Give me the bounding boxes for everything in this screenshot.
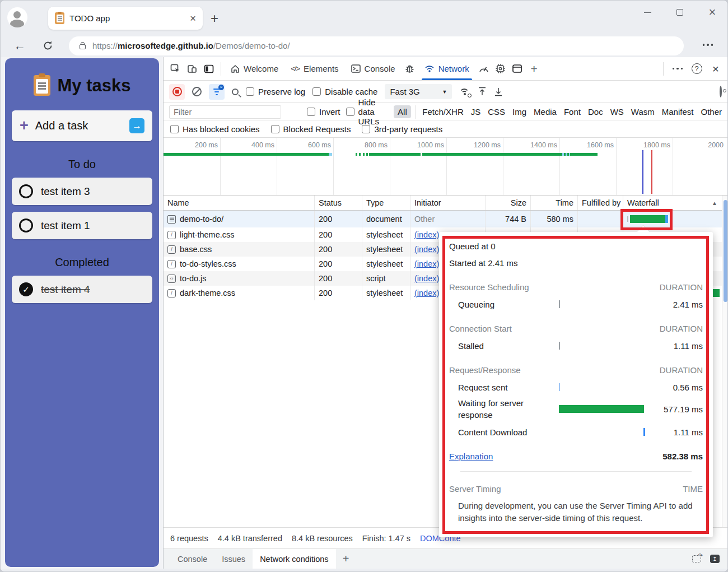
- type-filter[interactable]: Other: [701, 105, 722, 118]
- import-har-icon[interactable]: [478, 87, 487, 96]
- focus-mode-icon[interactable]: [200, 61, 217, 77]
- scrollbar-thumb[interactable]: [724, 200, 727, 302]
- maximize-button[interactable]: [675, 7, 685, 17]
- type-filter[interactable]: JS: [471, 105, 481, 118]
- more-tabs-button[interactable]: +: [526, 61, 543, 77]
- type-filter[interactable]: Media: [534, 105, 557, 118]
- drawer-tab-issues[interactable]: Issues: [214, 549, 253, 569]
- network-table-scrollbar[interactable]: [722, 196, 728, 527]
- column-header-fulfilled-by[interactable]: Fulfilled by: [578, 196, 623, 210]
- timeline-tick: 1400 ms: [530, 141, 557, 149]
- browser-tab[interactable]: TODO app ×: [48, 7, 203, 30]
- tab-close-icon[interactable]: ×: [190, 13, 196, 24]
- blocked-requests-checkbox[interactable]: Blocked Requests: [271, 124, 351, 134]
- divider: [460, 471, 692, 472]
- drawer-more-tools-button[interactable]: +: [336, 549, 356, 569]
- timing-section-header: Resource SchedulingDURATION: [449, 281, 703, 294]
- preserve-log-checkbox[interactable]: Preserve log: [246, 87, 305, 96]
- add-task-input[interactable]: Add a task: [35, 119, 129, 132]
- tab-console[interactable]: Console: [345, 57, 402, 80]
- tab-network[interactable]: Network: [418, 57, 475, 80]
- window-close-button[interactable]: ×: [707, 7, 717, 17]
- type-filter[interactable]: Fetch/XHR: [422, 105, 463, 118]
- expand-quick-view-icon[interactable]: ↥: [710, 555, 720, 563]
- task-checkbox-checked[interactable]: ✓: [19, 282, 33, 296]
- column-header-status[interactable]: Status: [315, 196, 362, 210]
- overview-activity-tick: [569, 153, 570, 156]
- devtools-close-button[interactable]: ×: [707, 61, 724, 77]
- type-filter[interactable]: WS: [610, 105, 624, 118]
- initiator-link[interactable]: (index): [414, 259, 439, 268]
- throttling-dropdown[interactable]: Fast 3G▼: [385, 84, 452, 99]
- clear-network-log-icon[interactable]: [192, 87, 202, 96]
- filter-input[interactable]: [169, 105, 281, 119]
- task-checkbox[interactable]: [19, 184, 33, 198]
- column-header-time[interactable]: Time: [531, 196, 578, 210]
- minimize-button[interactable]: [642, 7, 652, 17]
- lock-icon[interactable]: [80, 44, 86, 49]
- type-filter[interactable]: Font: [564, 105, 581, 118]
- type-filter[interactable]: Img: [512, 105, 526, 118]
- new-tab-button[interactable]: +: [211, 11, 218, 26]
- todo-item[interactable]: test item 1: [12, 212, 152, 239]
- overview-activity-dash: [359, 153, 361, 156]
- type-filter[interactable]: Manifest: [662, 105, 694, 118]
- devtools-more-menu[interactable]: [669, 61, 686, 77]
- completed-item[interactable]: ✓ test item 4: [12, 276, 152, 303]
- column-header-initiator[interactable]: Initiator: [410, 196, 486, 210]
- explanation-link[interactable]: Explanation: [449, 452, 493, 461]
- application-chip-icon[interactable]: [492, 61, 509, 77]
- network-wifi-icon: [424, 65, 435, 73]
- add-task-submit-button[interactable]: →: [129, 118, 144, 133]
- invert-checkbox[interactable]: Invert: [307, 107, 340, 117]
- avatar-body-icon: [10, 20, 24, 27]
- column-header-waterfall[interactable]: Waterfall▲: [623, 196, 727, 210]
- network-settings-gear-icon[interactable]: [720, 87, 722, 96]
- initiator-link[interactable]: (index): [414, 230, 439, 239]
- device-emulation-icon[interactable]: [184, 61, 200, 77]
- todo-app-title: My tasks: [58, 76, 131, 96]
- summary-requests: 6 requests: [170, 534, 208, 543]
- type-filter[interactable]: Doc: [588, 105, 603, 118]
- devtools-help-button[interactable]: ?: [688, 61, 705, 77]
- network-conditions-icon[interactable]: [459, 87, 470, 96]
- layout-panel-icon[interactable]: [509, 61, 526, 77]
- address-bar[interactable]: https://microsoftedge.github.io/Demos/de…: [69, 36, 684, 55]
- debugger-bug-icon[interactable]: [402, 61, 418, 77]
- browser-menu-button[interactable]: [703, 44, 713, 46]
- inspect-element-icon[interactable]: [167, 61, 184, 77]
- back-button[interactable]: ←: [14, 39, 26, 53]
- reload-button[interactable]: [43, 40, 53, 51]
- has-blocked-cookies-checkbox[interactable]: Has blocked cookies: [170, 124, 260, 134]
- export-har-icon[interactable]: [494, 87, 503, 96]
- stylesheet-file-icon: /: [167, 260, 176, 268]
- waterfall-green-bar: [713, 289, 720, 297]
- third-party-requests-checkbox[interactable]: 3rd-party requests: [362, 124, 442, 134]
- add-task-card[interactable]: + Add a task →: [12, 110, 152, 141]
- filter-toggle-icon[interactable]: ×: [209, 84, 225, 100]
- type-filter-all[interactable]: All: [394, 105, 411, 118]
- performance-gauge-icon[interactable]: [475, 61, 492, 77]
- drawer-tab-console[interactable]: Console: [170, 549, 214, 569]
- initiator-link[interactable]: (index): [414, 245, 439, 254]
- task-checkbox[interactable]: [19, 218, 33, 232]
- drawer-tab-network-conditions[interactable]: Network conditions: [253, 549, 336, 569]
- column-header-size[interactable]: Size: [486, 196, 531, 210]
- profile-avatar[interactable]: [7, 7, 27, 27]
- network-overview-timeline[interactable]: 200 ms 400 ms 600 ms 800 ms 1000 ms 1200…: [164, 138, 727, 196]
- screencast-icon[interactable]: [692, 555, 701, 562]
- initiator-link[interactable]: (index): [414, 274, 439, 283]
- search-icon[interactable]: [232, 89, 239, 95]
- record-network-log-button[interactable]: [169, 84, 185, 100]
- column-header-name[interactable]: Name: [164, 196, 315, 210]
- disable-cache-checkbox[interactable]: Disable cache: [312, 87, 377, 96]
- type-filter[interactable]: Wasm: [631, 105, 655, 118]
- column-header-type[interactable]: Type: [362, 196, 410, 210]
- sort-ascending-icon: ▲: [712, 200, 717, 206]
- tab-elements[interactable]: </> Elements: [284, 57, 344, 80]
- home-icon: [231, 64, 240, 73]
- tab-welcome[interactable]: Welcome: [225, 57, 284, 80]
- todo-item[interactable]: test item 3: [12, 178, 152, 205]
- type-filter[interactable]: CSS: [488, 105, 505, 118]
- initiator-link[interactable]: (index): [414, 289, 439, 297]
